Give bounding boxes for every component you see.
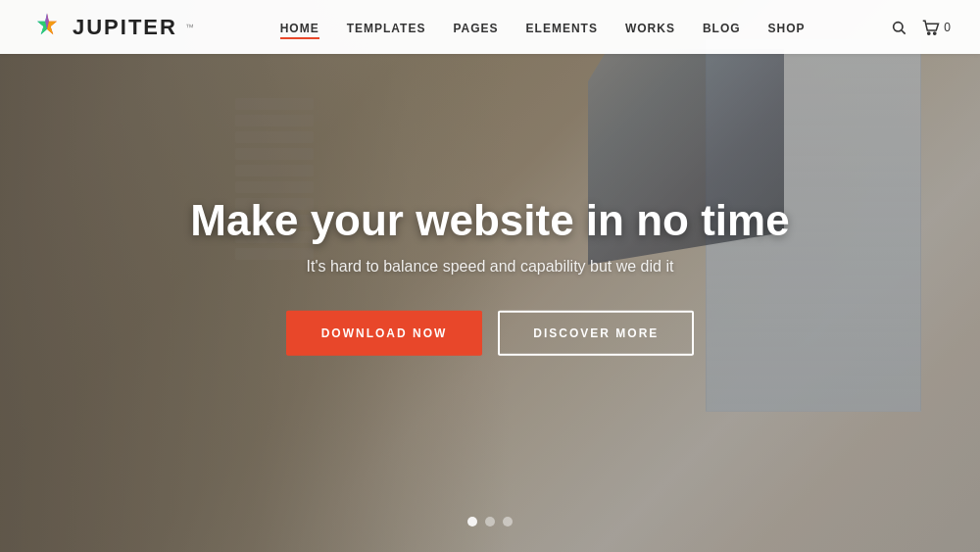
svg-line-2 [902,30,906,34]
slider-dot-2[interactable] [485,517,495,527]
nav-link-elements[interactable]: ELEMENTS [526,22,598,35]
logo-tm: ™ [185,23,194,32]
nav-item-pages[interactable]: PAGES [453,19,498,36]
nav-item-elements[interactable]: ELEMENTS [526,19,598,36]
discover-more-button[interactable]: DISCOVER MORE [498,311,694,356]
search-icon [891,20,906,35]
nav-link-shop[interactable]: SHOP [768,22,806,35]
nav-item-works[interactable]: WORKS [625,19,675,36]
logo-text: JUPITER [73,15,177,40]
download-now-button[interactable]: DOWNLOAD NOW [286,311,483,356]
slider-dot-1[interactable] [467,517,477,527]
hero-subtitle: It's hard to balance speed and capabilit… [167,258,813,276]
nav-link-pages[interactable]: PAGES [453,22,498,35]
hero-content: Make your website in no time It's hard t… [167,196,813,355]
slider-dots [467,517,513,527]
nav-item-shop[interactable]: SHOP [768,19,806,36]
cart-icon [922,20,940,35]
svg-point-3 [928,31,930,33]
logo[interactable]: JUPITER™ [29,10,194,45]
cart-button[interactable]: 0 [922,20,951,35]
nav-links: HOME TEMPLATES PAGES ELEMENTS WORKS BLOG… [280,19,806,36]
nav-item-templates[interactable]: TEMPLATES [347,19,426,36]
nav-link-blog[interactable]: BLOG [703,22,741,35]
nav-link-home[interactable]: HOME [280,22,319,39]
hero-title: Make your website in no time [167,196,813,243]
nav-link-works[interactable]: WORKS [625,22,675,35]
navigation: JUPITER™ HOME TEMPLATES PAGES ELEMENTS W… [0,0,980,54]
nav-icons: 0 [891,20,951,35]
svg-point-1 [894,22,903,30]
nav-link-templates[interactable]: TEMPLATES [347,22,426,35]
logo-star-icon [29,10,65,45]
nav-item-blog[interactable]: BLOG [703,19,741,36]
svg-point-4 [934,31,936,33]
search-button[interactable] [891,20,906,35]
cart-count: 0 [944,21,951,34]
nav-item-home[interactable]: HOME [280,19,319,36]
hero-buttons: DOWNLOAD NOW DISCOVER MORE [167,311,813,356]
hero-section: JUPITER™ HOME TEMPLATES PAGES ELEMENTS W… [0,0,980,552]
slider-dot-3[interactable] [503,517,513,527]
